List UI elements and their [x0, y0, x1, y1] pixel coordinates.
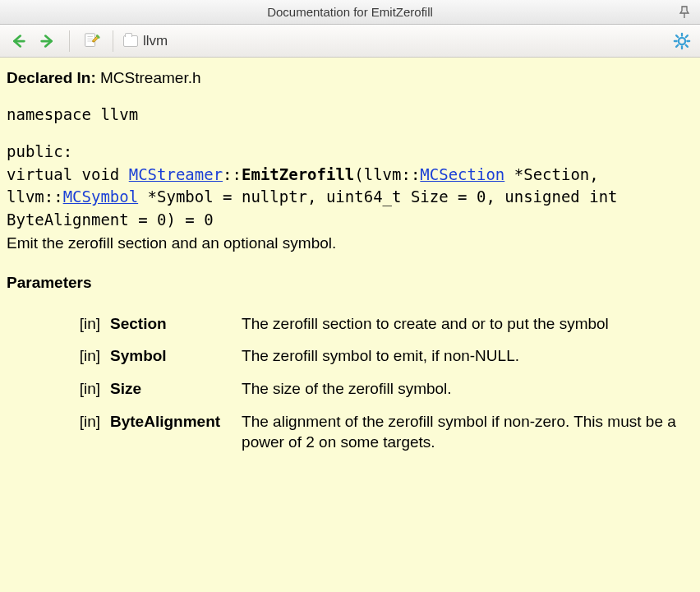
param-name: Size — [105, 378, 237, 400]
param-name: Symbol — [105, 345, 237, 367]
param-desc: The alignment of the zerofill symbol if … — [237, 411, 693, 453]
window-title: Documentation for EmitZerofill — [267, 5, 433, 19]
param-desc: The zerofill section to create and or to… — [237, 313, 693, 335]
settings-button[interactable] — [670, 30, 693, 53]
param-direction: [in] — [56, 378, 105, 400]
declared-in-label: Declared In: — [7, 69, 96, 86]
titlebar: Documentation for EmitZerofill — [0, 0, 700, 25]
param-direction: [in] — [56, 345, 105, 367]
declared-in-line: Declared In: MCStreamer.h — [7, 67, 693, 89]
param-desc: The zerofill symbol to emit, if non-NULL… — [237, 345, 693, 367]
param-name: Section — [105, 313, 237, 335]
namespace-line: namespace llvm — [7, 104, 693, 127]
breadcrumb[interactable]: llvm — [123, 33, 168, 49]
svg-line-10 — [676, 35, 678, 37]
svg-line-13 — [686, 35, 688, 37]
param-name: ByteAlignment — [105, 411, 237, 453]
table-row: [in] Section The zerofill section to cre… — [56, 313, 693, 335]
param-desc: The size of the zerofill symbol. — [237, 378, 693, 400]
param-direction: [in] — [56, 411, 105, 453]
param-direction: [in] — [56, 313, 105, 335]
toolbar-separator — [69, 30, 70, 52]
table-row: [in] Size The size of the zerofill symbo… — [56, 378, 693, 400]
nav-forward-button[interactable] — [36, 30, 59, 53]
method-name: EmitZerofill — [242, 165, 354, 183]
toolbar: llvm — [0, 25, 700, 58]
nav-back-button[interactable] — [7, 30, 30, 53]
signature-block: namespace llvm public: virtual void MCSt… — [7, 104, 693, 232]
table-row: [in] ByteAlignment The alignment of the … — [56, 411, 693, 453]
link-mcsection[interactable]: MCSection — [420, 165, 504, 183]
breadcrumb-label: llvm — [143, 33, 168, 49]
access-line: public: — [7, 141, 693, 164]
table-row: [in] Symbol The zerofill symbol to emit,… — [56, 345, 693, 367]
declared-in-file: MCStreamer.h — [100, 69, 200, 86]
parameters-table: [in] Section The zerofill section to cre… — [56, 302, 693, 465]
content-area: Declared In: MCStreamer.h namespace llvm… — [0, 58, 700, 465]
signature-line: virtual void MCStreamer::EmitZerofill(ll… — [7, 164, 693, 232]
svg-line-12 — [676, 44, 678, 46]
link-mcstreamer[interactable]: MCStreamer — [129, 165, 223, 183]
parameters-heading: Parameters — [7, 272, 693, 294]
method-description: Emit the zerofill section and an optiona… — [7, 233, 693, 254]
svg-point-5 — [679, 37, 685, 44]
svg-line-11 — [686, 44, 688, 46]
toolbar-separator — [113, 30, 113, 52]
link-mcsymbol[interactable]: MCSymbol — [63, 187, 139, 206]
edit-document-button[interactable] — [80, 30, 103, 53]
pin-icon[interactable] — [677, 5, 692, 20]
folder-icon — [123, 35, 138, 47]
